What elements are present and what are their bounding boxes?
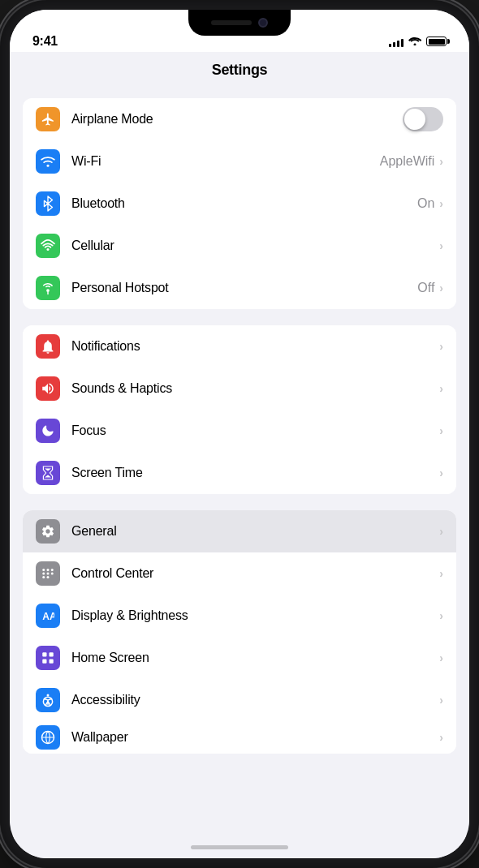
screentime-label: Screen Time xyxy=(71,466,439,480)
hotspot-label: Personal Hotspot xyxy=(71,281,417,295)
display-icon: AA xyxy=(41,609,54,622)
svg-point-0 xyxy=(47,165,50,167)
hotspot-icon xyxy=(41,281,55,295)
signal-bar-3 xyxy=(397,41,399,47)
bluetooth-icon xyxy=(42,196,54,212)
airplane-mode-toggle[interactable] xyxy=(403,107,443,131)
bluetooth-label: Bluetooth xyxy=(71,196,417,211)
cellular-icon-wrap xyxy=(36,234,60,258)
notifications-row[interactable]: Notifications › xyxy=(23,325,456,367)
focus-label: Focus xyxy=(71,423,439,438)
wifi-icon xyxy=(41,156,55,167)
battery-fill xyxy=(429,39,445,45)
cellular-row[interactable]: Cellular › xyxy=(23,225,456,267)
hotspot-value: Off xyxy=(417,281,434,295)
system-group: General › xyxy=(23,510,456,754)
hotspot-chevron: › xyxy=(439,281,443,294)
globe-icon xyxy=(41,730,55,745)
focus-row[interactable]: Focus › xyxy=(23,410,456,452)
airplane-icon xyxy=(41,112,55,127)
hotspot-row[interactable]: Personal Hotspot Off › xyxy=(23,267,456,309)
accessibility-chevron: › xyxy=(439,694,443,707)
hotspot-icon-wrap xyxy=(36,276,60,300)
bluetooth-row[interactable]: Bluetooth On › xyxy=(23,183,456,225)
controlcenter-label: Control Center xyxy=(71,566,439,581)
sounds-row[interactable]: Sounds & Haptics › xyxy=(23,367,456,410)
accessibility-icon xyxy=(41,693,55,707)
svg-rect-9 xyxy=(47,576,50,578)
content-area[interactable]: Airplane Mode Wi-Fi Appl xyxy=(10,85,469,836)
svg-rect-15 xyxy=(42,660,46,664)
sliders-icon xyxy=(41,566,55,581)
wifi-row[interactable]: Wi-Fi AppleWifi › xyxy=(23,140,456,183)
svg-text:AA: AA xyxy=(42,611,54,622)
wifi-value: AppleWifi xyxy=(380,154,435,169)
homescreen-label: Home Screen xyxy=(71,651,439,665)
airplane-mode-row[interactable]: Airplane Mode xyxy=(23,98,456,140)
wallpaper-icon-wrap xyxy=(36,725,60,750)
bluetooth-chevron: › xyxy=(439,197,443,210)
focus-chevron: › xyxy=(439,424,443,437)
home-indicator xyxy=(10,836,469,858)
display-chevron: › xyxy=(439,609,443,622)
general-icon-wrap xyxy=(36,519,60,544)
cellular-icon xyxy=(41,238,55,253)
cellular-label: Cellular xyxy=(71,238,439,253)
wifi-status-icon xyxy=(408,36,421,48)
svg-rect-6 xyxy=(42,576,45,578)
homescreen-row[interactable]: Home Screen › xyxy=(23,637,456,679)
general-chevron: › xyxy=(439,525,443,538)
svg-rect-14 xyxy=(50,652,54,656)
signal-icon xyxy=(389,37,403,47)
general-label: General xyxy=(71,524,439,539)
svg-rect-4 xyxy=(42,569,45,571)
speaker-icon xyxy=(41,381,55,396)
accessibility-row[interactable]: Accessibility › xyxy=(23,679,456,721)
svg-rect-7 xyxy=(47,569,50,571)
notch xyxy=(188,10,291,36)
speaker-grille xyxy=(211,20,252,25)
battery-icon xyxy=(426,37,447,46)
hourglass-icon xyxy=(41,465,54,481)
airplane-mode-icon-wrap xyxy=(36,107,60,131)
phone-screen: 9:41 xyxy=(10,10,469,858)
svg-rect-5 xyxy=(42,573,45,575)
status-bar: 9:41 xyxy=(10,34,469,49)
bluetooth-icon-wrap xyxy=(36,191,60,216)
signal-bar-1 xyxy=(389,44,391,47)
accessibility-icon-wrap xyxy=(36,688,60,712)
signal-bar-2 xyxy=(393,42,395,47)
svg-rect-11 xyxy=(51,573,54,575)
airplane-mode-label: Airplane Mode xyxy=(71,112,403,127)
home-bar xyxy=(191,845,288,849)
svg-rect-13 xyxy=(42,652,46,656)
wifi-chevron: › xyxy=(439,155,443,168)
controlcenter-chevron: › xyxy=(439,567,443,580)
status-time: 9:41 xyxy=(32,34,58,49)
wifi-icon-wrap xyxy=(36,149,60,174)
alerts-group: Notifications › Sounds & Haptics › xyxy=(23,325,456,494)
controlcenter-icon-wrap xyxy=(36,561,60,586)
general-row[interactable]: General › xyxy=(23,510,456,552)
display-icon-wrap: AA xyxy=(36,604,60,628)
signal-bar-4 xyxy=(401,39,403,47)
controlcenter-row[interactable]: Control Center › xyxy=(23,552,456,595)
notifications-label: Notifications xyxy=(71,339,439,354)
homescreen-chevron: › xyxy=(439,651,443,664)
grid-icon xyxy=(41,651,55,665)
wallpaper-label: Wallpaper xyxy=(71,730,439,745)
svg-rect-16 xyxy=(50,660,54,664)
svg-rect-8 xyxy=(47,573,50,575)
screentime-icon-wrap xyxy=(36,461,60,485)
front-camera xyxy=(258,18,268,28)
display-label: Display & Brightness xyxy=(71,608,439,623)
svg-point-17 xyxy=(47,694,50,697)
screentime-row[interactable]: Screen Time › xyxy=(23,452,456,494)
status-bar-area: 9:41 xyxy=(10,10,469,52)
homescreen-icon-wrap xyxy=(36,646,60,670)
sounds-icon-wrap xyxy=(36,376,60,401)
moon-icon xyxy=(41,424,54,437)
wallpaper-row[interactable]: Wallpaper › xyxy=(23,721,456,754)
cellular-chevron: › xyxy=(439,239,443,252)
display-row[interactable]: AA Display & Brightness › xyxy=(23,595,456,637)
